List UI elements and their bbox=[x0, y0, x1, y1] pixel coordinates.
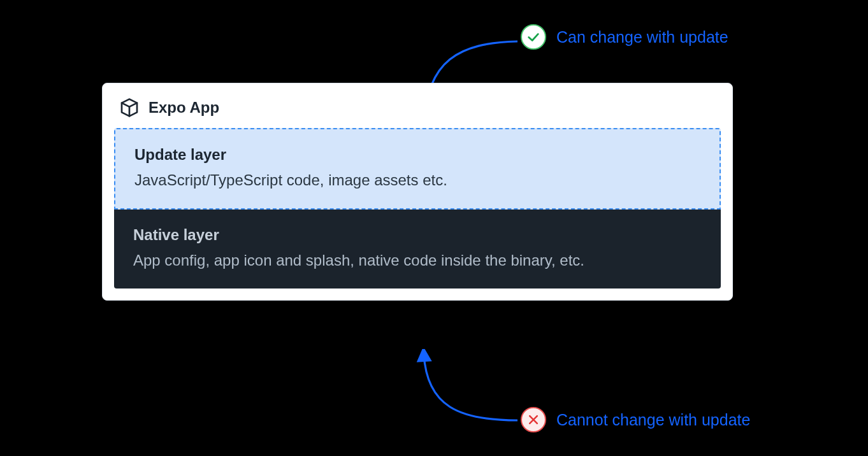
native-layer: Native layer App config, app icon and sp… bbox=[114, 210, 721, 289]
native-layer-title: Native layer bbox=[133, 226, 702, 244]
cross-badge bbox=[521, 407, 546, 432]
cross-icon bbox=[527, 413, 540, 426]
app-card: Expo App Update layer JavaScript/TypeScr… bbox=[102, 83, 733, 301]
callout-can-text: Can change with update bbox=[556, 28, 728, 46]
layers: Update layer JavaScript/TypeScript code,… bbox=[114, 128, 721, 289]
update-layer-description: JavaScript/TypeScript code, image assets… bbox=[134, 171, 700, 189]
diagram-stage: Expo App Update layer JavaScript/TypeScr… bbox=[0, 0, 868, 456]
callout-cannot-text: Cannot change with update bbox=[556, 411, 750, 429]
arrow-bottom bbox=[363, 349, 529, 432]
update-layer: Update layer JavaScript/TypeScript code,… bbox=[114, 128, 721, 210]
card-header: Expo App bbox=[114, 95, 721, 128]
callout-can-change: Can change with update bbox=[521, 24, 728, 50]
update-layer-title: Update layer bbox=[134, 146, 700, 164]
card-title: Expo App bbox=[148, 99, 219, 117]
check-icon bbox=[526, 30, 540, 44]
package-icon bbox=[119, 97, 140, 118]
callout-cannot-change: Cannot change with update bbox=[521, 407, 750, 432]
check-badge bbox=[521, 24, 546, 50]
native-layer-description: App config, app icon and splash, native … bbox=[133, 252, 702, 269]
